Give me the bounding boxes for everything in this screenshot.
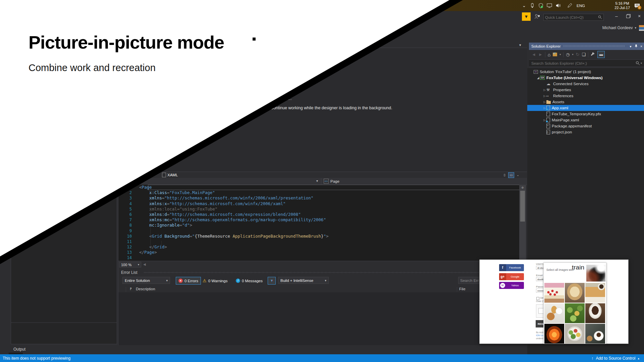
forward-button[interactable]: ►	[538, 52, 543, 57]
facebook-login-button[interactable]: f Facebook	[499, 264, 524, 271]
vertical-split-button[interactable]: ▯	[501, 172, 507, 178]
code-editor[interactable]: <Page2 x:Class="FoxTube.MainPage"3 xmlns…	[118, 185, 519, 261]
document-well-dropdown-caret[interactable]: ▾	[519, 43, 521, 47]
hscroll-left-arrow[interactable]: ◀	[143, 262, 146, 266]
close-icon[interactable]: ×	[639, 45, 644, 48]
line-number: 3	[118, 195, 139, 201]
tree-item-foxtube-temporarykey-pfx[interactable]: FoxTube_TemporaryKey.pfx	[527, 111, 644, 117]
tab-output[interactable]: Output	[13, 347, 25, 352]
user-dropdown-caret[interactable]: ▾	[635, 26, 636, 29]
collapse-all-button[interactable]: ❏	[582, 52, 586, 57]
file-column-header[interactable]: File	[459, 287, 466, 291]
expander-collapsed[interactable]: ▷	[543, 101, 546, 104]
properties-wrench-icon[interactable]	[591, 52, 595, 57]
defender-shield-icon[interactable]	[538, 0, 543, 11]
expander-expanded[interactable]: ◢	[536, 76, 540, 79]
messages-filter-button[interactable]: i0 Messages	[233, 277, 265, 285]
error-list-body[interactable]	[118, 292, 527, 345]
avatar[interactable]	[639, 25, 644, 31]
horizontal-split-button[interactable]: ▭	[508, 172, 514, 178]
chevron-down-icon[interactable]: ▾	[316, 179, 318, 183]
captcha-image-vegetable-salad-plate[interactable]	[565, 324, 585, 344]
captcha-image-coffee-cup-and-cookie[interactable]	[585, 324, 605, 344]
feedback-person-icon[interactable]	[534, 14, 540, 21]
tree-item-mainpage-xaml[interactable]: ▷MainPage.xaml	[527, 117, 644, 123]
description-column-header[interactable]: Description	[136, 287, 155, 291]
captcha-keyword: train	[572, 264, 584, 271]
chevron-down-icon[interactable]: ▾	[641, 62, 642, 65]
quick-launch-input[interactable]	[544, 15, 598, 19]
tree-item-properties[interactable]: ▷⚒Properties	[527, 87, 644, 93]
search-icon	[636, 61, 640, 65]
solution-explorer-titlebar[interactable]: Solution Explorer ▾ ×	[529, 43, 644, 50]
chevron-down-icon[interactable]: ▾	[559, 53, 561, 56]
captcha-image-glowing-fire-bowl[interactable]	[544, 324, 564, 344]
tree-item-connected-services[interactable]: ☁Connected Services	[527, 81, 644, 87]
breadcrumb-element[interactable]: <> Page	[324, 179, 339, 184]
pending-changes-filter-button[interactable]: ◷	[566, 52, 570, 57]
sync-with-active-document-button[interactable]	[553, 53, 557, 56]
manifest-file-icon	[546, 124, 550, 128]
hidden-icons-chevron[interactable]: ⌄	[522, 0, 526, 11]
cloud-icon: ☁	[546, 82, 551, 86]
status-bar: This item does not support previewing ↑ …	[0, 354, 644, 362]
tree-item-references[interactable]: ▷▪▪References	[527, 93, 644, 99]
editor-scrollbar[interactable]: ≑	[519, 185, 526, 261]
solution-explorer-search-input[interactable]	[529, 61, 636, 65]
tree-item-foxtube-universal-windows[interactable]: ◢C#FoxTube (Universal Windows)	[527, 75, 644, 81]
build-filter-dropdown[interactable]: Build + IntelliSense▾	[278, 277, 329, 284]
captcha-image-strawberry-cake[interactable]	[544, 283, 564, 303]
home-button[interactable]: ⌂	[548, 52, 550, 57]
captcha-image-pancakes-and-coffee[interactable]	[585, 283, 605, 303]
quick-launch-box[interactable]	[543, 14, 604, 21]
language-indicator[interactable]: ENG	[577, 0, 585, 11]
error-scope-dropdown[interactable]: Entire Solution▾	[122, 277, 170, 284]
display-icon[interactable]	[547, 0, 552, 11]
tree-item-app-xaml[interactable]: ▷App.xaml	[527, 105, 644, 111]
collapse-pane-button[interactable]: ⌄	[515, 172, 521, 178]
solution-explorer-search-box[interactable]: ▾	[529, 59, 644, 67]
restore-button[interactable]	[623, 12, 633, 20]
captcha-image-breakfast-plate[interactable]	[544, 303, 564, 323]
notification-center-icon[interactable]: 1	[634, 0, 640, 11]
tree-item-assets[interactable]: ▷Assets	[527, 99, 644, 105]
tree-item-package-appxmanifest[interactable]: Package.appxmanifest	[527, 123, 644, 129]
feedback-flag-button[interactable]: ▼	[522, 12, 531, 21]
tree-item-solution-foxtube-1-project[interactable]: ∞Solution 'FoxTube' (1 project)	[527, 69, 644, 75]
tree-item-project-json[interactable]: project.json	[527, 129, 644, 135]
scrollbar-thumb[interactable]	[520, 191, 525, 222]
speaker-icon[interactable]	[556, 0, 561, 11]
warnings-filter-button[interactable]: ⚠0 Warnings	[200, 277, 230, 285]
chevron-down-icon[interactable]: ▾	[572, 53, 574, 56]
yahoo-login-button[interactable]: Y! Yahoo	[499, 282, 524, 289]
usb-icon[interactable]	[530, 0, 535, 11]
window-position-caret[interactable]: ▾	[628, 45, 633, 48]
signed-in-user[interactable]: Michael Gordeev	[602, 25, 633, 30]
back-button[interactable]: ◄	[532, 52, 536, 57]
code-line-3: 3 xmlns="http://schemas.microsoft.com/wi…	[118, 195, 519, 201]
filter-toggle-button[interactable]	[268, 277, 276, 285]
pin-icon[interactable]	[633, 44, 639, 49]
pip-browser-window[interactable]: f Facebook g+ Google Y! Yahoo Usernam dr…	[479, 259, 629, 344]
captcha-image-banana-dessert-in-glass[interactable]	[565, 283, 585, 303]
captcha-image-salad-with-croutons[interactable]	[565, 303, 585, 323]
preview-selected-items-toggle[interactable]: ▬	[597, 51, 605, 58]
splitter-grip-icon[interactable]: ≑	[520, 185, 525, 190]
minimize-button[interactable]: –	[612, 12, 621, 20]
captcha-image-bowl-of-coffee-beans[interactable]	[585, 303, 605, 323]
expander-collapsed[interactable]: ▷	[543, 88, 546, 92]
add-to-source-control[interactable]: ↑ Add to Source Control ▴	[591, 356, 639, 361]
pen-icon[interactable]	[567, 0, 572, 11]
solution-explorer-toolbar: ◄ ► ⌂ ▾ ◷ ▾ ↻ ❏ ▬	[529, 50, 644, 59]
expander-collapsed[interactable]: ▷	[543, 95, 546, 98]
severity-column-icon[interactable]: ⁋	[130, 287, 132, 291]
google-login-button[interactable]: g+ Google	[499, 273, 524, 280]
tab-xaml[interactable]: XAML	[162, 173, 178, 177]
yahoo-icon: Y!	[500, 283, 505, 288]
xml-element-icon: <>	[324, 179, 329, 184]
taskbar-clock[interactable]: 5:16 PM22-Jul-17	[614, 0, 630, 11]
errors-filter-button[interactable]: ×0 Errors	[176, 277, 201, 285]
close-button[interactable]: ×	[635, 12, 644, 20]
refresh-button[interactable]: ↻	[576, 52, 580, 57]
editor-zoom-dropdown[interactable]: 100 %▾	[119, 262, 141, 267]
